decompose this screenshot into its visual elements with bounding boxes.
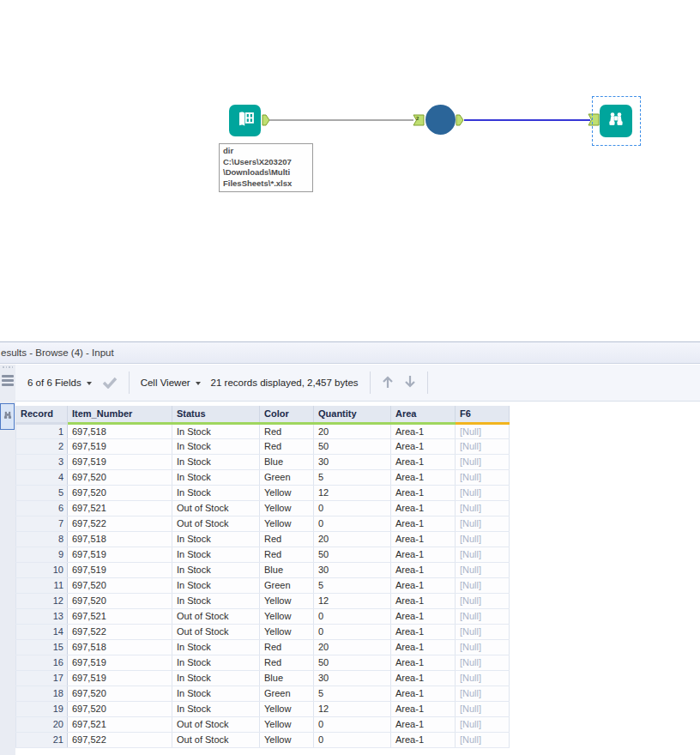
cell-area[interactable]: Area-1: [391, 454, 456, 469]
cell-area[interactable]: Area-1: [391, 608, 456, 624]
macro-output-anchor[interactable]: [456, 114, 464, 130]
cell-quantity[interactable]: 0: [314, 716, 391, 732]
cell-quantity[interactable]: 20: [314, 639, 391, 655]
cell-item_number[interactable]: 697,521: [68, 608, 172, 624]
cell-record[interactable]: 19: [16, 701, 68, 716]
cell-record[interactable]: 16: [16, 655, 68, 670]
cell-f6[interactable]: [Null]: [456, 716, 510, 732]
browse-tool[interactable]: [600, 105, 632, 137]
cell-status[interactable]: In Stock: [172, 686, 260, 701]
cell-quantity[interactable]: 0: [314, 732, 391, 747]
cell-item_number[interactable]: 697,520: [68, 686, 172, 701]
cell-area[interactable]: Area-1: [391, 593, 456, 608]
input-data-tool[interactable]: [229, 105, 261, 136]
cell-f6[interactable]: [Null]: [456, 469, 510, 485]
cell-item_number[interactable]: 697,522: [68, 624, 172, 639]
cell-area[interactable]: Area-1: [391, 438, 456, 454]
cell-f6[interactable]: [Null]: [456, 624, 510, 639]
cell-f6[interactable]: [Null]: [456, 577, 510, 593]
cell-f6[interactable]: [Null]: [456, 531, 510, 547]
cell-record[interactable]: 5: [16, 485, 68, 500]
cell-area[interactable]: Area-1: [391, 655, 456, 670]
apply-fields-button[interactable]: [97, 377, 123, 389]
cell-record[interactable]: 10: [16, 562, 68, 577]
column-header-f6[interactable]: F6: [456, 406, 510, 423]
cell-status[interactable]: In Stock: [172, 531, 260, 547]
cell-color[interactable]: Yellow: [260, 516, 314, 531]
cell-color[interactable]: Blue: [260, 670, 314, 686]
cell-f6[interactable]: [Null]: [456, 655, 510, 670]
cell-item_number[interactable]: 697,519: [68, 454, 172, 469]
cell-color[interactable]: Yellow: [260, 485, 314, 500]
cell-f6[interactable]: [Null]: [456, 608, 510, 624]
cell-record[interactable]: 15: [16, 639, 68, 655]
cell-status[interactable]: In Stock: [172, 423, 260, 438]
cell-status[interactable]: In Stock: [172, 438, 260, 454]
cell-item_number[interactable]: 697,521: [68, 716, 172, 732]
cell-quantity[interactable]: 50: [314, 655, 391, 670]
cell-f6[interactable]: [Null]: [456, 454, 510, 469]
cell-record[interactable]: 14: [16, 624, 68, 639]
cell-status[interactable]: In Stock: [172, 655, 260, 670]
cell-item_number[interactable]: 697,520: [68, 577, 172, 593]
cell-item_number[interactable]: 697,520: [68, 701, 172, 716]
cell-color[interactable]: Green: [260, 686, 314, 701]
cell-color[interactable]: Red: [260, 547, 314, 562]
cell-status[interactable]: In Stock: [172, 485, 260, 500]
cell-area[interactable]: Area-1: [391, 500, 456, 516]
cell-record[interactable]: 17: [16, 670, 68, 686]
cell-quantity[interactable]: 0: [314, 500, 391, 516]
cell-status[interactable]: Out of Stock: [172, 608, 260, 624]
cell-quantity[interactable]: 0: [314, 608, 391, 624]
scroll-down-button[interactable]: [399, 374, 421, 391]
cell-viewer-dropdown[interactable]: Cell Viewer: [136, 378, 206, 388]
cell-color[interactable]: Yellow: [260, 716, 314, 732]
output-anchor[interactable]: [262, 114, 270, 130]
cell-f6[interactable]: [Null]: [456, 562, 510, 577]
cell-item_number[interactable]: 697,519: [68, 670, 172, 686]
cell-area[interactable]: Area-1: [391, 562, 456, 577]
scroll-up-button[interactable]: [377, 374, 399, 391]
cell-item_number[interactable]: 697,519: [68, 438, 172, 454]
cell-quantity[interactable]: 0: [314, 624, 391, 639]
cell-status[interactable]: In Stock: [172, 547, 260, 562]
cell-quantity[interactable]: 12: [314, 593, 391, 608]
column-header-record[interactable]: Record: [16, 406, 68, 423]
cell-record[interactable]: 1: [16, 423, 68, 438]
cell-color[interactable]: Green: [260, 577, 314, 593]
cell-f6[interactable]: [Null]: [456, 423, 510, 438]
cell-item_number[interactable]: 697,519: [68, 547, 172, 562]
cell-f6[interactable]: [Null]: [456, 500, 510, 516]
cell-record[interactable]: 21: [16, 732, 68, 747]
cell-quantity[interactable]: 12: [314, 701, 391, 716]
cell-area[interactable]: Area-1: [391, 639, 456, 655]
cell-quantity[interactable]: 0: [314, 516, 391, 531]
cell-area[interactable]: Area-1: [391, 624, 456, 639]
cell-f6[interactable]: [Null]: [456, 593, 510, 608]
cell-item_number[interactable]: 697,518: [68, 639, 172, 655]
cell-item_number[interactable]: 697,520: [68, 593, 172, 608]
cell-status[interactable]: In Stock: [172, 701, 260, 716]
cell-area[interactable]: Area-1: [391, 732, 456, 747]
tool-annotation[interactable]: dir C:\Users\X203207 \Downloads\Multi Fi…: [219, 143, 313, 192]
cell-f6[interactable]: [Null]: [456, 670, 510, 686]
cell-item_number[interactable]: 697,521: [68, 500, 172, 516]
cell-f6[interactable]: [Null]: [456, 639, 510, 655]
cell-quantity[interactable]: 20: [314, 423, 391, 438]
cell-color[interactable]: Red: [260, 531, 314, 547]
cell-color[interactable]: Blue: [260, 562, 314, 577]
fields-dropdown[interactable]: 6 of 6 Fields: [22, 378, 97, 388]
cell-color[interactable]: Yellow: [260, 500, 314, 516]
cell-item_number[interactable]: 697,520: [68, 469, 172, 485]
cell-status[interactable]: In Stock: [172, 670, 260, 686]
cell-f6[interactable]: [Null]: [456, 438, 510, 454]
cell-f6[interactable]: [Null]: [456, 485, 510, 500]
cell-color[interactable]: Blue: [260, 454, 314, 469]
column-header-item_number[interactable]: Item_Number: [68, 406, 172, 423]
cell-item_number[interactable]: 697,522: [68, 516, 172, 531]
cell-quantity[interactable]: 30: [314, 670, 391, 686]
browse-view-button[interactable]: [0, 403, 15, 430]
grip-handle-icon[interactable]: [3, 366, 13, 368]
cell-area[interactable]: Area-1: [391, 670, 456, 686]
cell-item_number[interactable]: 697,518: [68, 423, 172, 438]
